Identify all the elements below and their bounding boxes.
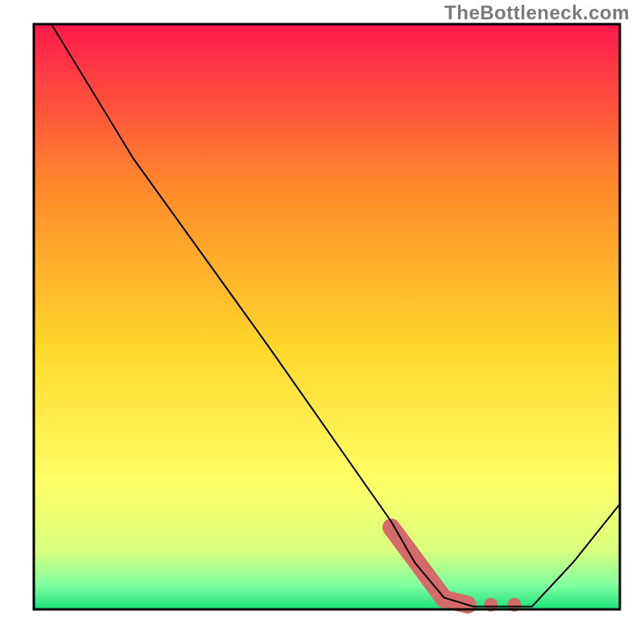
chart-container: TheBottleneck.com	[0, 0, 644, 644]
plot-background	[34, 24, 620, 609]
chart-svg	[0, 0, 644, 644]
watermark-text: TheBottleneck.com	[444, 2, 630, 24]
